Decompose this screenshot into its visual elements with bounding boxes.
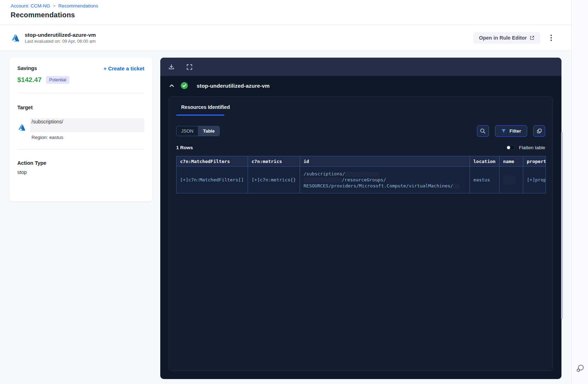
- copy-button[interactable]: [533, 125, 545, 137]
- filter-button[interactable]: Filter: [495, 125, 527, 137]
- rule-name: stop-underutilized-azure-vm: [25, 32, 96, 38]
- top-bar: Account: CCM-NG > Recommendations Recomm…: [0, 0, 571, 25]
- search-button[interactable]: [477, 125, 489, 137]
- tab-label: Resources Identified: [176, 104, 235, 110]
- breadcrumb-account-link[interactable]: Account: CCM-NG: [11, 3, 50, 8]
- view-mode-toggle: JSON Table: [176, 126, 220, 136]
- id-line-3: RESOURCES/providers/Microsoft.Compute/vi…: [304, 183, 453, 188]
- metrics-expander: [+]c7n:metrics{}: [252, 177, 296, 182]
- table-row: [+]c7n:MatchedFilters[] [+]c7n:metrics{}…: [177, 167, 546, 193]
- breadcrumb-separator: >: [53, 4, 56, 8]
- external-link-icon: [530, 35, 535, 40]
- redacted-text: [304, 178, 342, 183]
- rows-info-row: 1 Rows Flatten table: [176, 145, 545, 150]
- more-options-menu[interactable]: [548, 34, 554, 42]
- rule-result-row: stop-underutilized-azure-vm: [160, 76, 561, 89]
- cell-id[interactable]: /subscriptions/ /resourceGroups/ RESOURC…: [300, 167, 470, 193]
- divider: [17, 149, 144, 150]
- resources-identified-panel: Resources Identified JSON Table: [169, 97, 553, 371]
- cell-name[interactable]: [500, 167, 523, 193]
- savings-label: Savings: [17, 65, 37, 71]
- tab-resources-identified[interactable]: Resources Identified: [176, 104, 235, 116]
- page-title: Recommendations: [11, 11, 561, 19]
- potential-badge: Potential: [46, 76, 70, 84]
- cell-metrics[interactable]: [+]c7n:metrics{}: [248, 167, 300, 193]
- id-line-2: /resourceGroups/: [342, 177, 386, 182]
- action-type-value: stop: [17, 169, 144, 175]
- redacted-subscription-id: [30, 125, 144, 132]
- rule-header-text: stop-underutilized-azure-vm Last evaluat…: [25, 32, 96, 44]
- redacted-text: [345, 171, 379, 177]
- search-icon: [480, 128, 486, 134]
- view-mode-table[interactable]: Table: [198, 126, 219, 136]
- collapse-chevron-icon[interactable]: [169, 83, 175, 89]
- cell-location[interactable]: eastus: [470, 167, 500, 193]
- savings-amount: $142.47: [17, 76, 42, 84]
- flatten-table-label: Flatten table: [519, 145, 545, 150]
- chat-bubbles-icon[interactable]: [576, 364, 584, 373]
- column-header-id[interactable]: id: [300, 156, 470, 167]
- view-mode-json[interactable]: JSON: [177, 126, 198, 136]
- column-header-metrics[interactable]: c7n:metrics: [248, 156, 300, 167]
- table-header-row: c7n:MatchedFilters c7n:metrics id locati…: [177, 156, 546, 167]
- rule-header: stop-underutilized-azure-vm Last evaluat…: [0, 25, 571, 51]
- flatten-table-toggle[interactable]: [506, 145, 515, 150]
- target-path: /subscriptions/: [30, 119, 63, 124]
- column-header-matched-filters[interactable]: c7n:MatchedFilters: [177, 156, 248, 167]
- download-icon[interactable]: [168, 64, 175, 70]
- resources-panel: stop-underutilized-azure-vm Resources Id…: [160, 58, 561, 379]
- filter-label: Filter: [509, 128, 521, 134]
- viewer-controls-row: JSON Table Filter: [176, 125, 545, 137]
- tab-active-underline: [176, 115, 224, 116]
- content-area: Savings + Create a ticket $142.47 Potent…: [0, 51, 571, 384]
- open-rule-editor-label: Open in Rule Editor: [479, 35, 527, 41]
- success-check-icon: [180, 82, 188, 89]
- panel-rule-title: stop-underutilized-azure-vm: [197, 83, 270, 89]
- action-type-label: Action Type: [17, 160, 144, 166]
- id-line-1: /subscriptions/: [304, 171, 345, 176]
- savings-card: Savings + Create a ticket $142.47 Potent…: [10, 58, 152, 202]
- copy-icon: [536, 128, 542, 134]
- column-header-properties[interactable]: propert: [523, 156, 546, 167]
- redacted-text: [503, 175, 516, 185]
- fullscreen-icon[interactable]: [186, 64, 193, 70]
- breadcrumb: Account: CCM-NG > Recommendations: [11, 3, 561, 8]
- target-info: /subscriptions/ Region: eastus: [30, 118, 144, 140]
- create-ticket-link[interactable]: + Create a ticket: [104, 65, 144, 71]
- rows-count: 1 Rows: [176, 145, 193, 150]
- cell-properties[interactable]: [+]prop: [523, 167, 546, 193]
- resources-table: c7n:MatchedFilters c7n:metrics id locati…: [176, 156, 546, 193]
- properties-expander: [+]prop: [527, 177, 546, 182]
- rule-header-actions: Open in Rule Editor: [473, 32, 561, 44]
- last-evaluated-text: Last evaluated on: 09 Apr, 06:00 am: [25, 39, 96, 44]
- column-header-name[interactable]: name: [500, 156, 523, 167]
- azure-icon: [17, 123, 27, 132]
- panel-toolbar: [160, 58, 561, 76]
- column-header-location[interactable]: location: [470, 156, 500, 167]
- divider: [17, 93, 144, 93]
- page-scrollbar[interactable]: [561, 132, 563, 319]
- target-region: Region: eastus: [30, 135, 144, 140]
- target-label: Target: [17, 105, 144, 110]
- breadcrumb-recommendations-link[interactable]: Recommendations: [58, 3, 98, 8]
- resources-table-container[interactable]: c7n:MatchedFilters c7n:metrics id locati…: [176, 156, 546, 193]
- open-rule-editor-button[interactable]: Open in Rule Editor: [473, 32, 540, 44]
- azure-icon: [11, 33, 21, 42]
- redacted-text: [453, 184, 460, 189]
- filter-icon: [501, 128, 506, 134]
- matched-filters-expander: [+]c7n:MatchedFilters[]: [180, 177, 244, 182]
- cell-matched-filters[interactable]: [+]c7n:MatchedFilters[]: [177, 167, 248, 193]
- right-rail: [571, 0, 588, 384]
